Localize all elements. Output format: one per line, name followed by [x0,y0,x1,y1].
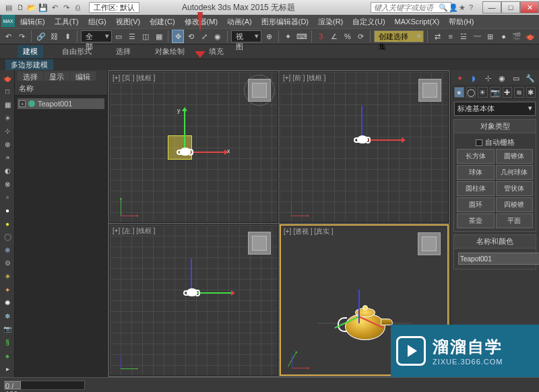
grid-icon[interactable]: ▦ [1,99,13,110]
scene-item[interactable]: + Teapot001 [18,98,104,109]
viewport-left[interactable]: [+] [左 ] [线框 ] [109,224,278,376]
leaf-icon[interactable]: ♠ [1,350,13,362]
helpers-icon[interactable]: ✚ [503,87,513,98]
box-icon[interactable]: □ [1,86,13,98]
workspace-dropdown[interactable]: 工作区: 默认 [89,2,139,13]
select-rotate-button[interactable]: ⟲ [185,30,197,43]
app-menu-icon[interactable]: ▤ [4,3,13,12]
undo-button[interactable]: ↶ [3,30,15,43]
viewcube[interactable] [418,232,441,255]
minimize-button[interactable]: — [482,1,501,13]
motion-icon[interactable]: ⊛ [1,139,13,150]
selection-filter-dropdown[interactable]: 全部 [81,30,111,42]
keyboard-button[interactable]: ⌨ [296,30,308,43]
cameras-icon[interactable]: 📷 [490,87,501,98]
viewport-top[interactable]: [+] [页 ] [线框 ] x y [109,71,278,223]
plane-button[interactable]: 平面 [496,214,534,228]
geometry-category-dropdown[interactable]: 标准基本体 [454,102,536,116]
teapot-shaded[interactable] [342,306,389,340]
light-icon[interactable]: ☀ [1,112,13,124]
motion-tab-icon[interactable]: ◉ [497,73,507,84]
tab-selection[interactable]: 选择 [110,45,136,58]
snap-button[interactable]: 3 [315,30,327,43]
tube-button[interactable]: 管状体 [496,181,534,196]
select-region-button[interactable]: ◫ [139,30,152,43]
sphere-white-icon[interactable]: ● [1,205,13,216]
menu-animation[interactable]: 动画(A) [223,15,256,28]
geo-icon[interactable]: ❋ [1,244,13,256]
display-tab-icon[interactable]: ▭ [511,73,521,84]
select-object-button[interactable]: ▭ [113,30,125,43]
teapot-wireframe[interactable] [187,288,197,296]
mirror-button[interactable]: ⇄ [431,30,443,43]
star-tool-icon[interactable]: ✦ [1,284,13,296]
percent-snap-button[interactable]: % [342,30,354,43]
scene-tree[interactable]: + Teapot001 [15,96,107,377]
pivot-button[interactable]: ⊕ [263,30,275,43]
help-icon[interactable]: ? [469,3,477,11]
sun-icon[interactable]: ☀ [1,271,13,282]
systems-icon[interactable]: ✱ [526,87,536,98]
curve-editor-button[interactable]: 〰 [471,30,483,43]
display-icon[interactable]: ◐ [1,165,13,176]
snow-icon[interactable]: ❄ [1,311,13,322]
menu-customize[interactable]: 自定义(U) [348,15,389,28]
sphere-dark-icon[interactable]: ● [1,191,13,203]
tab-display[interactable]: 显示 [44,71,69,81]
geosphere-button[interactable]: 几何球体 [496,165,534,180]
burst-icon[interactable]: ✺ [1,297,13,308]
bind-button[interactable]: ⬍ [62,30,74,43]
search-icon[interactable]: 🔍 [439,3,447,11]
viewport-label[interactable]: [+] [透视 ] [真实 ] [284,227,334,236]
viewcube[interactable] [418,79,441,102]
expand-icon[interactable]: ▸ [1,363,13,374]
geometry-icon[interactable]: ● [454,87,464,98]
menu-help[interactable]: 帮助(H) [445,15,478,28]
autogrid-checkbox[interactable]: 自动栅格 [457,136,533,149]
rollout-header[interactable]: 对象类型 [454,120,536,133]
link-tool-icon[interactable]: ∝ [1,152,13,164]
viewcube[interactable] [248,232,271,255]
pyramid-button[interactable]: 四棱锥 [496,197,534,212]
close-button[interactable]: ✕ [520,1,539,13]
menu-group[interactable]: 组(G) [84,15,110,28]
new-icon[interactable]: 🗋 [15,3,25,12]
menu-edit[interactable]: 编辑(E) [16,15,49,28]
torus-icon[interactable]: ◯ [1,231,13,242]
cone-button[interactable]: 圆锥体 [496,149,534,164]
move-gizmo-plane[interactable] [168,135,192,160]
named-sets-dropdown[interactable]: 创建选择集 [374,30,424,42]
tab-select[interactable]: 选择 [18,71,43,81]
save-icon[interactable]: 💾 [38,3,48,12]
unlink-button[interactable]: ⛓ [49,30,61,43]
teapot-wireframe[interactable] [180,148,191,156]
undo-icon[interactable]: ↶ [50,3,59,12]
tab-populate[interactable]: 填充 [203,45,229,58]
camera-tool-icon[interactable]: 📷 [1,324,13,335]
redo-button[interactable]: ↷ [16,30,28,43]
schematic-button[interactable]: ⊞ [484,30,497,43]
viewport-label[interactable]: [+] [页 ] [线框 ] [113,73,156,83]
viewcube[interactable] [248,79,271,102]
hierarchy-tab-icon[interactable]: ⊹ [482,73,493,84]
torus-button[interactable]: 圆环 [457,197,495,212]
cylinder-button[interactable]: 圆柱体 [457,181,495,196]
menu-tools[interactable]: 工具(T) [51,15,83,28]
shapes-icon[interactable]: ◯ [466,87,476,98]
lights-icon[interactable]: ☀ [478,87,488,98]
select-place-button[interactable]: ◉ [212,30,224,43]
menu-maxscript[interactable]: MAXScript(X) [391,16,444,27]
menu-render[interactable]: 渲染(R) [314,15,347,28]
tab-modeling[interactable]: 建模 [18,45,43,58]
time-slider-thumb[interactable]: 0 / 100 [5,381,21,389]
rollout-header[interactable]: 名称和颜色 [454,235,536,249]
polygon-modeling-panel[interactable]: 多边形建模 [5,59,53,71]
gear-icon[interactable]: ⚙ [1,258,13,269]
teapot-button[interactable]: 茶壶 [457,214,495,228]
tab-edit[interactable]: 编辑 [70,71,96,81]
menu-graph[interactable]: 图形编辑器(D) [257,15,313,28]
utilities-tab-icon[interactable]: 🔧 [525,73,536,84]
object-name-input[interactable] [458,253,539,265]
spacewarps-icon[interactable]: ≋ [514,87,524,98]
teapot-wireframe[interactable] [357,135,368,143]
